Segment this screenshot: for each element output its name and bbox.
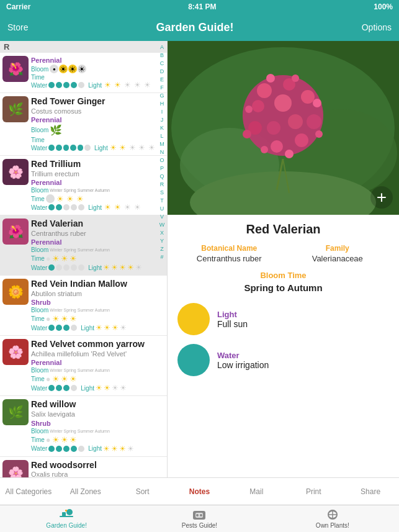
app-title: Garden Guide! [156, 21, 234, 34]
water-text: Water Low irrigation [217, 351, 269, 370]
alphabet-sidebar: A B C D E F G H I J K L M N O P Q R S T … [157, 41, 167, 477]
plant-name: Red woodsorrel [31, 460, 156, 471]
options-button[interactable]: Options [362, 22, 392, 32]
list-item[interactable]: 🌿 Red willow Salix laevigata Shrub Bloom… [0, 396, 167, 456]
svg-point-9 [307, 114, 321, 129]
tab-share[interactable]: Share [342, 478, 399, 505]
tab-notes[interactable]: Notes [171, 478, 228, 505]
botanical-value: Centranthus ruber [177, 254, 281, 263]
plant-latin: Costus comosus [31, 107, 156, 115]
bottom-dock: Garden Guide! Pests Guide! Own Plants! [0, 505, 399, 532]
light-circle [177, 303, 210, 335]
water-circle [177, 344, 210, 376]
list-item[interactable]: 🌸 Red Trillium Trillium erectum Perennia… [0, 156, 167, 215]
plant-thumbnail: 🌺 [2, 219, 29, 245]
list-item[interactable]: 🌺 Perennial Bloom ● ☀ ☀ ☀ Time [0, 53, 167, 93]
plant-latin: Centranthus ruber [31, 229, 156, 238]
garden-guide-icon [58, 508, 74, 521]
detail-panel: + Red Valerian Botanical Name Centranthu… [168, 41, 399, 477]
plant-latin: Achillea millefolium 'Red Velvet' [31, 349, 156, 358]
add-photo-button[interactable]: + [370, 186, 393, 209]
svg-point-23 [243, 130, 251, 138]
svg-point-29 [66, 509, 73, 515]
dock-own-plants[interactable]: Own Plants! [266, 508, 399, 529]
dock-pests-guide[interactable]: Pests Guide! [133, 508, 266, 529]
plant-name: Red willow [31, 399, 156, 410]
light-row: Light Full sun [177, 303, 389, 335]
plant-photo: + [168, 41, 399, 215]
botanical-col: Botanical Name Centranthus ruber [177, 244, 281, 263]
water-value: Low irrigation [217, 360, 269, 370]
plant-latin: Salix laevigata [31, 410, 156, 418]
svg-rect-30 [65, 510, 67, 512]
water-label: Water [217, 351, 269, 360]
plant-detail-content: Red Valerian Botanical Name Centranthus … [168, 215, 399, 392]
bloom-time-value: Spring to Autumn [177, 282, 389, 293]
plant-type: Shrub [31, 299, 156, 306]
list-item[interactable]: 🌸 Red woodsorrel Oxalis rubra Bulb Bloom… [0, 457, 167, 477]
plant-type: Shrub [31, 420, 156, 427]
svg-point-8 [301, 90, 315, 104]
bloom-time-section: Bloom Time Spring to Autumn [177, 271, 389, 293]
light-text: Light Full sun [217, 310, 248, 329]
svg-point-18 [292, 74, 299, 82]
svg-rect-28 [62, 512, 66, 517]
plant-type: Perennial [31, 179, 156, 186]
plant-name: Red Velvet common yarrow [31, 339, 156, 349]
list-item[interactable]: 🌿 Red Tower Ginger Costus comosus Perenn… [0, 93, 167, 156]
svg-point-6 [257, 83, 272, 98]
list-item[interactable]: 🌼 Red Vein Indian Mallow Abutilon striat… [0, 276, 167, 336]
tab-all-zones[interactable]: All Zones [57, 478, 114, 505]
svg-point-17 [266, 74, 275, 83]
plant-latin: Trillium erectum [31, 169, 156, 178]
plant-thumbnail: 🌺 [2, 56, 29, 82]
bloom-time-label: Bloom Time [177, 271, 389, 280]
plant-name: Red Vein Indian Mallow [31, 279, 156, 289]
svg-point-22 [261, 146, 268, 153]
plant-name: Red Valerian [31, 219, 156, 229]
tab-all-categories[interactable]: All Categories [0, 478, 57, 505]
light-value: Full sun [217, 319, 248, 329]
plant-latin: Abutilon striatum [31, 289, 156, 298]
list-item[interactable]: 🌸 Red Velvet common yarrow Achillea mill… [0, 336, 167, 396]
store-button[interactable]: Store [7, 22, 28, 32]
status-bar: Carrier 8:41 PM 100% [0, 0, 399, 14]
carrier-label: Carrier [6, 2, 30, 11]
plant-name: Red Trillium [31, 159, 156, 169]
dock-garden-guide[interactable]: Garden Guide! [0, 508, 133, 529]
tab-sort[interactable]: Sort [114, 478, 171, 505]
botanical-family-row: Botanical Name Centranthus ruber Family … [177, 244, 389, 263]
svg-point-21 [285, 150, 294, 158]
plant-thumbnail: 🌸 [2, 159, 29, 185]
plant-type: Perennial [31, 116, 156, 124]
svg-point-13 [252, 100, 264, 112]
nav-bar: Store Garden Guide! Options [0, 14, 399, 41]
plant-name: Red Tower Ginger [31, 96, 156, 107]
tab-print[interactable]: Print [285, 478, 342, 505]
main-content: R 🌺 Perennial Bloom ● ☀ ☀ ☀ [0, 41, 399, 477]
botanical-label: Botanical Name [177, 244, 281, 253]
svg-point-14 [274, 94, 292, 112]
pests-guide-icon [191, 508, 207, 521]
family-value: Valerianaceae [286, 254, 390, 263]
svg-point-19 [313, 99, 321, 107]
tab-bar: All Categories All Zones Sort Notes Mail… [0, 477, 399, 505]
svg-point-15 [288, 114, 303, 129]
svg-point-11 [271, 140, 283, 153]
plant-thumbnail: 🌼 [2, 279, 29, 305]
svg-point-20 [315, 130, 323, 138]
plant-list: R 🌺 Perennial Bloom ● ☀ ☀ ☀ [0, 41, 168, 477]
plant-thumbnail: 🌸 [2, 460, 29, 477]
plant-type: Perennial [31, 56, 156, 64]
svg-point-16 [267, 121, 280, 135]
plant-thumbnail: 🌸 [2, 339, 29, 365]
light-label: Light [217, 310, 248, 319]
time-label: 8:41 PM [188, 2, 216, 11]
tab-mail[interactable]: Mail [228, 478, 285, 505]
plant-type: Perennial [31, 238, 156, 246]
family-col: Family Valerianaceae [286, 244, 390, 263]
svg-point-24 [245, 106, 253, 113]
svg-rect-27 [60, 516, 73, 517]
list-item-selected[interactable]: 🌺 Red Valerian Centranthus ruber Perenni… [0, 215, 167, 276]
plant-latin: Oxalis rubra [31, 470, 156, 477]
